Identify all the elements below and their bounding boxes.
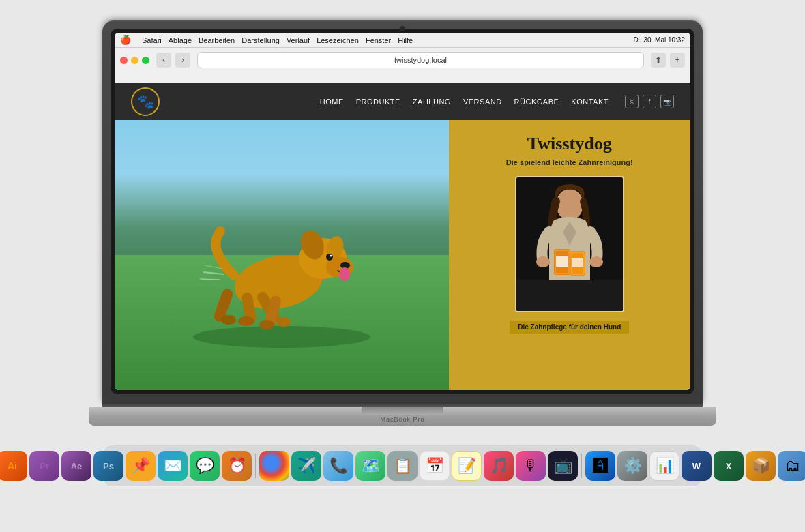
share-button[interactable]: ⬆ xyxy=(651,53,666,68)
screen-bezel: 🍎 Safari Ablage Bearbeiten Darstellung V… xyxy=(111,29,694,394)
dock-icon-settings[interactable]: ⚙️ xyxy=(617,451,647,481)
forward-button[interactable]: › xyxy=(175,53,190,68)
url-text: twisstydog.local xyxy=(394,56,447,64)
macos-menubar: 🍎 Safari Ablage Bearbeiten Darstellung V… xyxy=(115,33,690,48)
dock-icon-music[interactable]: 🎵 xyxy=(484,451,514,481)
site-nav: 🐾 HOME PRODUKTE ZAHLUNG VERSAND RÜCKGABE… xyxy=(115,83,690,120)
dock-icon-appstore[interactable]: 🅰 xyxy=(585,451,615,481)
svg-point-0 xyxy=(193,326,370,348)
back-button[interactable]: ‹ xyxy=(156,53,171,68)
macbook-frame: 🍎 Safari Ablage Bearbeiten Darstellung V… xyxy=(89,20,716,512)
dock-icon-after-effects[interactable]: Ae xyxy=(61,451,91,481)
close-button[interactable] xyxy=(120,57,128,64)
url-bar[interactable]: twisstydog.local xyxy=(197,52,644,68)
menu-zahlung[interactable]: ZAHLUNG xyxy=(413,98,451,106)
dock-separator-1 xyxy=(255,454,256,478)
dock-icon-tv[interactable]: 📺 xyxy=(548,451,578,481)
macbook-base: MacBook Pro xyxy=(89,407,716,426)
hero-caption: Die Zahnpflege für deinen Hund xyxy=(510,321,629,334)
dock-icon-sticky[interactable]: 📌 xyxy=(126,451,156,481)
menubar-app[interactable]: Safari xyxy=(142,36,162,44)
dock-icon-photoshop[interactable]: Ps xyxy=(93,451,123,481)
dock-icon-mail[interactable]: ✉️ xyxy=(158,451,188,481)
screen: 🍎 Safari Ablage Bearbeiten Darstellung V… xyxy=(115,33,690,390)
dock-icon-word[interactable]: W xyxy=(682,451,712,481)
menubar-lesezeichen[interactable]: Lesezeichen xyxy=(317,36,359,44)
hero-left-image xyxy=(115,120,449,390)
facebook-icon[interactable]: f xyxy=(643,95,656,108)
dock-icon-messages[interactable]: 💬 xyxy=(190,451,220,481)
product-person-illustration xyxy=(516,177,623,311)
hero-subtitle: Die spielend leichte Zahnreinigung! xyxy=(506,158,633,166)
svg-point-7 xyxy=(326,254,333,261)
menubar-right: Di. 30. Mai 10:32 xyxy=(633,36,685,44)
menubar-bearbeiten[interactable]: Bearbeiten xyxy=(199,36,235,44)
browser-chrome: ‹ › twisstydog.local ⬆ + xyxy=(115,48,690,83)
product-image-frame xyxy=(515,176,624,312)
menubar-datetime: Di. 30. Mai 10:32 xyxy=(633,36,685,44)
dock-icon-telegram[interactable]: ✈️ xyxy=(291,451,321,481)
new-tab-button[interactable]: + xyxy=(670,53,685,68)
apple-menu[interactable]: 🍎 xyxy=(120,35,131,45)
dock-icon-finder[interactable]: 🗂 xyxy=(778,451,805,481)
macbook-lid: 🍎 Safari Ablage Bearbeiten Darstellung V… xyxy=(102,20,703,402)
dock-icon-white1[interactable]: 📊 xyxy=(649,451,679,481)
menu-rueckgabe[interactable]: RÜCKGABE xyxy=(514,98,559,106)
dock-icon-chrome[interactable] xyxy=(259,451,289,481)
menubar-fenster[interactable]: Fenster xyxy=(366,36,391,44)
site-hero: Twisstydog Die spielend leichte Zahnrein… xyxy=(115,120,690,390)
svg-point-17 xyxy=(277,317,291,327)
site-social: 𝕏 f 📷 xyxy=(625,95,674,108)
dog-illustration xyxy=(166,160,398,351)
svg-point-14 xyxy=(238,316,254,326)
svg-point-24 xyxy=(589,256,603,267)
svg-point-22 xyxy=(556,189,583,220)
dock-icon-excel[interactable]: X xyxy=(714,451,744,481)
dock-icon-notes[interactable]: 📝 xyxy=(452,451,482,481)
menu-home[interactable]: HOME xyxy=(320,98,344,106)
twitter-icon[interactable]: 𝕏 xyxy=(625,95,639,108)
dock-icon-notes-gray[interactable]: 📋 xyxy=(387,451,418,481)
menubar-ablage[interactable]: Ablage xyxy=(169,36,192,44)
website-content: 🐾 HOME PRODUKTE ZAHLUNG VERSAND RÜCKGABE… xyxy=(115,83,690,390)
svg-point-23 xyxy=(536,256,550,267)
dock-icon-premiere[interactable]: Pr xyxy=(29,451,59,481)
logo-icon: 🐾 xyxy=(137,93,154,110)
fullscreen-button[interactable] xyxy=(142,57,149,64)
browser-toolbar: ‹ › twisstydog.local ⬆ + xyxy=(115,48,690,72)
menubar-verlauf[interactable]: Verlauf xyxy=(287,36,310,44)
macbook-label: MacBook Pro xyxy=(380,416,424,423)
menubar-hilfe[interactable]: Hilfe xyxy=(398,36,413,44)
dock-icon-package[interactable]: 📦 xyxy=(746,451,776,481)
menubar-items: Safari Ablage Bearbeiten Darstellung Ver… xyxy=(142,36,625,44)
menubar-darstellung[interactable]: Darstellung xyxy=(241,36,280,44)
svg-point-16 xyxy=(221,315,236,325)
menu-versand[interactable]: VERSAND xyxy=(463,98,502,106)
dock-icon-maps[interactable]: 🗺️ xyxy=(355,451,385,481)
hero-title: Twisstydog xyxy=(527,134,612,154)
svg-line-18 xyxy=(203,272,224,274)
svg-point-9 xyxy=(339,267,350,281)
svg-line-19 xyxy=(200,279,220,280)
dock-icon-clock[interactable]: ⏰ xyxy=(222,451,252,481)
dock-separator-2 xyxy=(581,454,582,478)
site-logo[interactable]: 🐾 xyxy=(131,87,160,116)
menu-produkte[interactable]: PRODUKTE xyxy=(356,98,400,106)
dock-icon-facetime[interactable]: 📞 xyxy=(323,451,353,481)
dock: 🎙 Ai Pr Ae Ps 📌 ✉️ 💬 ⏰ ✈️ 📞 🗺️ 📋 📅 📝 🎵 🎙… xyxy=(102,445,703,487)
svg-rect-30 xyxy=(572,258,583,267)
dock-icon-calendar[interactable]: 📅 xyxy=(420,451,450,481)
site-menu: HOME PRODUKTE ZAHLUNG VERSAND RÜCKGABE K… xyxy=(320,98,609,106)
svg-rect-31 xyxy=(516,280,623,311)
dock-icon-podcasts[interactable]: 🎙 xyxy=(516,451,546,481)
menu-kontakt[interactable]: KONTAKT xyxy=(571,98,609,106)
svg-rect-29 xyxy=(556,256,568,267)
instagram-icon[interactable]: 📷 xyxy=(660,95,674,108)
dock-icon-illustrator[interactable]: Ai xyxy=(0,451,27,481)
svg-point-8 xyxy=(330,255,332,257)
svg-point-15 xyxy=(259,320,274,329)
hero-right-panel: Twisstydog Die spielend leichte Zahnrein… xyxy=(449,120,690,390)
minimize-button[interactable] xyxy=(131,57,138,64)
traffic-lights xyxy=(120,57,149,64)
